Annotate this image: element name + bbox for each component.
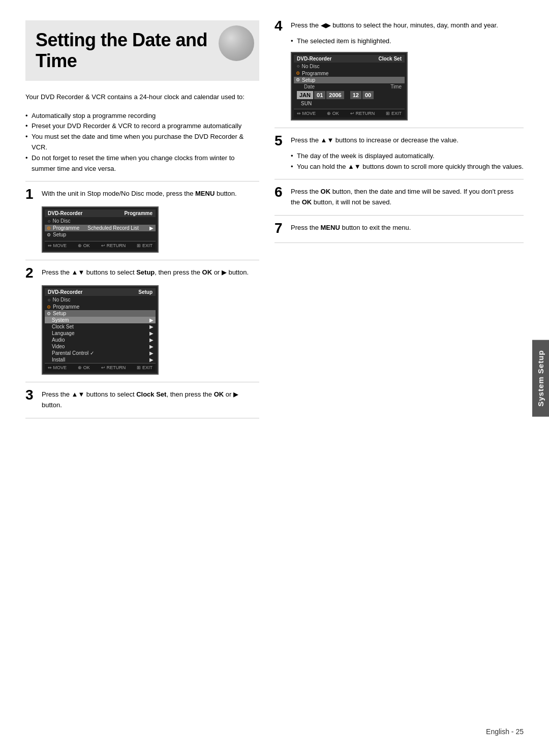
step-3-content: Press the ▲▼ buttons to select Clock Set… [42,389,259,411]
divider-6 [274,179,524,179]
screen-2-install: Install▶ [45,356,156,363]
screen-2-mockup: DVD-Recorder Setup ○No Disc ⚙Programme ⚙… [42,285,159,375]
title-block: Setting the Date and Time [25,20,259,81]
step-2: 2 Press the ▲▼ buttons to select Setup, … [25,267,259,280]
divider-5 [274,128,524,128]
screen-2-clockset: Clock Set▶ [45,323,156,330]
step-5-block: 5 Press the ▲▼ buttons to increase or de… [274,135,524,172]
bullet-2: Preset your DVD Recorder & VCR to record… [25,121,259,132]
screen-2-disc: ○No Disc [45,296,156,304]
screen-3-footer: ⇔ MOVE ⊕ OK ↩ RETURN ⊞ EXIT [294,109,405,117]
step-6-block: 6 Press the OK button, then the date and… [274,187,524,208]
screen-2-video: Video▶ [45,343,156,350]
screen-3-disc: ○No Disc [294,63,405,70]
screen-3-header: DVD-Recorder Clock Set [294,55,405,63]
step-4-block: 4 Press the ◀▶ buttons to select the hou… [274,20,524,120]
intro-paragraph: Your DVD Recorder & VCR contains a 24-ho… [25,92,259,103]
screen-1-programme: ⚙Programme Scheduled Record List ▶ [45,225,156,231]
screen-3-mockup: DVD-Recorder Clock Set ○No Disc ⚙Program… [291,52,408,120]
screen-3-programme: ⚙Programme [294,70,405,77]
step-1: 1 With the unit in Stop mode/No Disc mod… [25,189,259,201]
screen-2-audio: Audio▶ [45,337,156,343]
divider-4 [25,418,259,418]
step-3: 3 Press the ▲▼ buttons to select Clock S… [25,389,259,411]
screen-1-disc: ○No Disc [45,217,156,225]
divider-3 [25,382,259,382]
step-4: 4 Press the ◀▶ buttons to select the hou… [274,20,524,33]
bullet-3: You must set the date and time when you … [25,132,259,153]
screen-2-header: DVD-Recorder Setup [45,288,156,296]
divider-2 [25,260,259,260]
page-number: English - 25 [486,728,524,736]
divider-1 [25,181,259,182]
step-7: 7 Press the MENU button to exit the menu… [274,223,524,235]
divider-7 [274,215,524,216]
screen-2-parental: Parental Control ✓▶ [45,350,156,356]
screen-1-mockup: DVD-Recorder Programme ○No Disc ⚙Program… [42,206,159,253]
step-6: 6 Press the OK button, then the date and… [274,187,524,208]
screen-3-day: SUN [294,100,405,107]
intro-bullets: Automatically stop a programme recording… [25,111,259,174]
screen-2-language: Language▶ [45,330,156,337]
step-5-content: Press the ▲▼ buttons to increase or decr… [291,135,524,146]
step-6-content: Press the OK button, then the date and t… [291,187,524,208]
screen-2-programme: ⚙Programme [45,304,156,310]
right-column: 4 Press the ◀▶ buttons to select the hou… [274,20,524,712]
left-column: Setting the Date and Time Your DVD Recor… [25,20,259,712]
clock-date-row: JAN 01 2006 12 00 [294,90,405,100]
screen-2-footer: ⇔ MOVE ⊕ OK ↩ RETURN ⊞ EXIT [45,363,156,372]
col-labels: Date Time [294,83,405,90]
page-footer: English - 25 [25,712,524,736]
screen-2-setup: ⚙Setup [45,310,156,317]
screen-1-footer: ⇔ MOVE ⊕ OK ↩ RETURN ⊞ EXIT [45,241,156,250]
page-title: Setting the Date and Time [36,29,249,72]
step-4-content: Press the ◀▶ buttons to select the hour,… [291,20,524,31]
step-7-content: Press the MENU button to exit the menu. [291,223,524,233]
step-7-block: 7 Press the MENU button to exit the menu… [274,223,524,235]
step-4-note: The selected item is highlighted. [291,36,524,47]
screen-3-setup: ⚙Setup [294,77,405,83]
screen-1-header: DVD-Recorder Programme [45,209,156,217]
step-1-content: With the unit in Stop mode/No Disc mode,… [42,189,259,199]
step-5-notes: The day of the week is displayed automat… [291,151,524,172]
screen-1-setup: ⚙Setup [45,231,156,238]
step-2-content: Press the ▲▼ buttons to select Setup, th… [42,267,259,278]
step-5: 5 Press the ▲▼ buttons to increase or de… [274,135,524,148]
screen-2-system: System▶ [45,317,156,323]
disc-decoration [219,25,254,61]
divider-8 [274,243,524,243]
bullet-4: Do not forget to reset the time when you… [25,153,259,174]
sidebar-tab: System Setup [532,340,549,416]
bullet-1: Automatically stop a programme recording [25,111,259,122]
